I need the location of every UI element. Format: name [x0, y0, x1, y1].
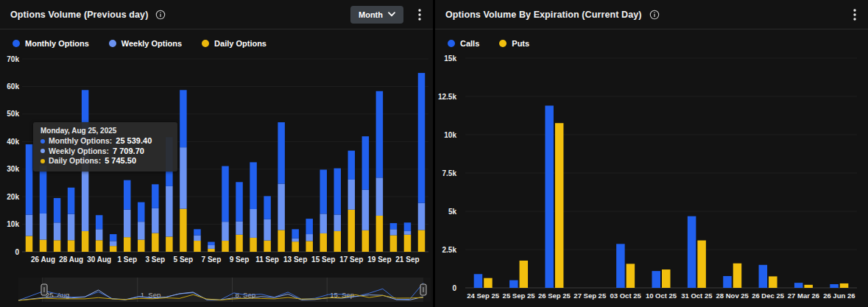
bar-segment-monthly-options[interactable]: [292, 229, 299, 238]
bar-segment-daily-options[interactable]: [250, 238, 257, 252]
bar-calls[interactable]: [474, 274, 483, 288]
bar-segment-weekly-options[interactable]: [320, 214, 327, 233]
bar-puts[interactable]: [769, 276, 777, 288]
bar-segment-daily-options[interactable]: [68, 240, 75, 252]
bar-segment-daily-options[interactable]: [166, 236, 173, 252]
bar-segment-weekly-options[interactable]: [68, 214, 75, 241]
bar-segment-daily-options[interactable]: [278, 230, 285, 252]
bar-segment-monthly-options[interactable]: [306, 219, 313, 234]
bar-segment-daily-options[interactable]: [222, 241, 229, 252]
bar-segment-weekly-options[interactable]: [306, 234, 313, 241]
bar-segment-daily-options[interactable]: [138, 240, 145, 252]
bar-segment-weekly-options[interactable]: [404, 231, 412, 235]
bar-segment-monthly-options[interactable]: [404, 222, 412, 231]
bar-segment-daily-options[interactable]: [404, 235, 412, 252]
bar-puts[interactable]: [484, 278, 493, 288]
bar-segment-weekly-options[interactable]: [54, 222, 61, 240]
bar-puts[interactable]: [520, 261, 529, 288]
bar-puts[interactable]: [840, 283, 849, 288]
bar-segment-weekly-options[interactable]: [166, 186, 173, 236]
bar-segment-weekly-options[interactable]: [334, 214, 342, 230]
bar-segment-daily-options[interactable]: [334, 231, 342, 252]
bar-segment-monthly-options[interactable]: [96, 215, 103, 229]
bar-segment-monthly-options[interactable]: [362, 136, 370, 190]
bar-segment-weekly-options[interactable]: [278, 184, 285, 230]
bar-segment-daily-options[interactable]: [124, 237, 131, 252]
bar-segment-weekly-options[interactable]: [418, 203, 426, 230]
bar-calls[interactable]: [830, 284, 839, 288]
bar-segment-monthly-options[interactable]: [40, 165, 47, 214]
bar-segment-daily-options[interactable]: [180, 209, 187, 252]
bar-calls[interactable]: [616, 244, 625, 288]
bar-segment-daily-options[interactable]: [236, 235, 243, 252]
bar-puts[interactable]: [555, 123, 564, 288]
bar-segment-weekly-options[interactable]: [264, 219, 271, 241]
bar-segment-monthly-options[interactable]: [138, 202, 145, 222]
bar-segment-weekly-options[interactable]: [236, 222, 243, 235]
bar-segment-weekly-options[interactable]: [348, 180, 356, 210]
bar-segment-monthly-options[interactable]: [124, 180, 131, 210]
bar-segment-daily-options[interactable]: [152, 233, 159, 252]
bar-segment-monthly-options[interactable]: [376, 91, 383, 178]
bar-calls[interactable]: [723, 276, 732, 288]
legend-item-daily-options[interactable]: Daily Options: [202, 39, 267, 48]
bar-segment-monthly-options[interactable]: [334, 169, 342, 215]
bar-calls[interactable]: [509, 280, 518, 288]
bar-segment-daily-options[interactable]: [362, 230, 370, 252]
bar-segment-monthly-options[interactable]: [152, 184, 159, 208]
bar-segment-weekly-options[interactable]: [110, 241, 117, 246]
bar-puts[interactable]: [733, 264, 742, 288]
bar-segment-monthly-options[interactable]: [180, 90, 187, 147]
bar-puts[interactable]: [627, 264, 635, 288]
bar-segment-weekly-options[interactable]: [250, 209, 257, 238]
bar-calls[interactable]: [794, 283, 803, 288]
legend-item-monthly-options[interactable]: Monthly Options: [13, 39, 89, 48]
bar-segment-monthly-options[interactable]: [264, 196, 271, 219]
bar-segment-monthly-options[interactable]: [54, 198, 61, 222]
bar-segment-daily-options[interactable]: [348, 210, 356, 252]
bar-puts[interactable]: [662, 269, 671, 288]
bar-calls[interactable]: [759, 265, 768, 288]
bar-segment-monthly-options[interactable]: [320, 169, 327, 214]
bar-puts[interactable]: [697, 241, 706, 288]
bar-segment-monthly-options[interactable]: [68, 188, 75, 214]
bar-segment-monthly-options[interactable]: [278, 122, 285, 183]
bar-segment-monthly-options[interactable]: [208, 242, 215, 245]
bar-segment-monthly-options[interactable]: [348, 151, 356, 180]
bar-segment-daily-options[interactable]: [110, 246, 117, 252]
bar-segment-weekly-options[interactable]: [26, 215, 33, 236]
legend-item-calls[interactable]: Calls: [448, 39, 479, 48]
bar-segment-weekly-options[interactable]: [40, 214, 47, 240]
bar-segment-daily-options[interactable]: [292, 241, 299, 252]
bar-segment-weekly-options[interactable]: [362, 190, 370, 230]
bar-segment-weekly-options[interactable]: [194, 236, 201, 241]
bar-segment-daily-options[interactable]: [376, 216, 383, 252]
bar-segment-weekly-options[interactable]: [96, 229, 103, 240]
bar-segment-daily-options[interactable]: [418, 230, 426, 252]
bar-segment-weekly-options[interactable]: [376, 177, 383, 216]
bar-puts[interactable]: [804, 285, 813, 288]
bar-segment-weekly-options[interactable]: [222, 222, 229, 241]
bar-segment-daily-options[interactable]: [320, 233, 327, 252]
bar-segment-daily-options[interactable]: [390, 236, 398, 252]
bar-segment-monthly-options[interactable]: [194, 229, 201, 235]
legend-item-puts[interactable]: Puts: [499, 39, 529, 48]
bar-calls[interactable]: [688, 216, 696, 288]
bar-segment-monthly-options[interactable]: [26, 144, 33, 215]
bar-segment-weekly-options[interactable]: [292, 239, 299, 241]
bar-segment-daily-options[interactable]: [208, 249, 215, 252]
bar-segment-daily-options[interactable]: [26, 236, 33, 252]
bar-segment-weekly-options[interactable]: [124, 210, 131, 237]
bar-calls[interactable]: [545, 105, 554, 288]
bar-segment-daily-options[interactable]: [54, 240, 61, 252]
bar-segment-monthly-options[interactable]: [390, 223, 398, 229]
bar-segment-daily-options[interactable]: [40, 240, 47, 252]
bar-segment-weekly-options[interactable]: [180, 147, 187, 208]
bar-calls[interactable]: [652, 271, 661, 288]
bar-segment-daily-options[interactable]: [306, 241, 313, 252]
bar-segment-daily-options[interactable]: [264, 241, 271, 252]
bar-segment-weekly-options[interactable]: [138, 222, 145, 239]
bar-segment-monthly-options[interactable]: [236, 182, 243, 222]
bar-segment-monthly-options[interactable]: [250, 162, 257, 209]
bar-segment-weekly-options[interactable]: [152, 208, 159, 233]
